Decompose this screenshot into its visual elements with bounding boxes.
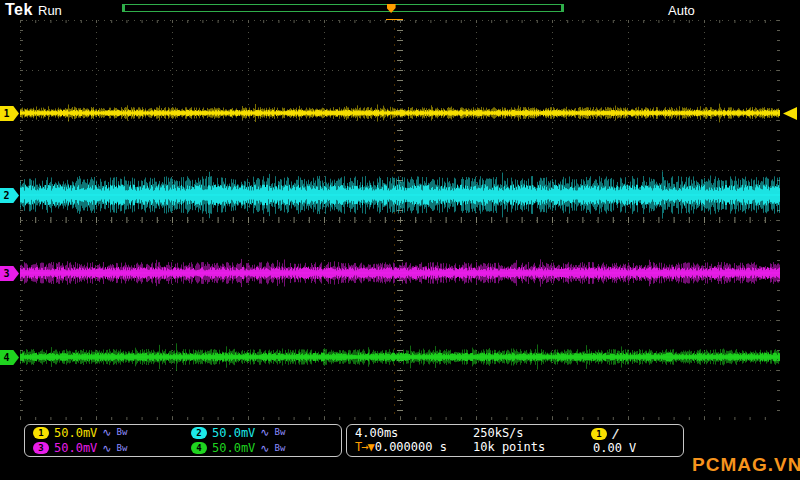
channel-4-marker[interactable]: 4 bbox=[0, 350, 19, 365]
ac-coupling-icon: ∿ bbox=[260, 427, 269, 438]
channel-readouts: 1 50.0mV ∿ Bw 2 50.0mV ∿ Bw 3 50.0mV ∿ B… bbox=[24, 424, 342, 457]
trigger-position-indicator[interactable] bbox=[387, 4, 396, 13]
bandwidth-limit-icon: Bw bbox=[275, 428, 286, 437]
trigger-source-badge: 1 bbox=[591, 428, 607, 440]
timebase-scale: 4.00ms bbox=[355, 426, 473, 440]
record-length: 10k points bbox=[473, 440, 591, 454]
watermark: PCMAG.VN bbox=[692, 454, 800, 476]
bandwidth-limit-icon: Bw bbox=[275, 444, 286, 453]
ac-coupling-icon: ∿ bbox=[102, 443, 111, 454]
trigger-offset-icon: T→▼ bbox=[355, 440, 374, 454]
waveform-display bbox=[20, 20, 780, 420]
trigger-offset-value: 0.000000 s bbox=[375, 440, 447, 454]
bandwidth-limit-icon: Bw bbox=[117, 444, 128, 453]
channel-4-badge: 4 bbox=[191, 442, 207, 454]
channel-1-marker[interactable]: 1 bbox=[0, 106, 19, 121]
trigger-mode-label: Auto bbox=[668, 3, 695, 18]
oscilloscope-screen: Tek Run Auto T 1 2 3 4 1 50.0mV ∿ Bw 2 5… bbox=[0, 0, 800, 480]
channel-3-readout: 3 50.0mV ∿ Bw bbox=[25, 441, 183, 456]
trigger-source: 1 / bbox=[591, 426, 683, 441]
channel-2-badge: 2 bbox=[191, 427, 207, 439]
trigger-offset: T→▼0.000000 s bbox=[355, 440, 473, 454]
channel-1-badge: 1 bbox=[33, 427, 49, 439]
channel-2-scale: 50.0mV bbox=[212, 426, 255, 440]
acquisition-position-bar bbox=[122, 4, 564, 12]
channel-2-readout: 2 50.0mV ∿ Bw bbox=[183, 425, 341, 440]
timebase-column: 4.00ms T→▼0.000000 s bbox=[355, 426, 473, 454]
horizontal-trigger-readouts: 4.00ms T→▼0.000000 s 250kS/s 10k points … bbox=[346, 424, 684, 457]
channel-4-readout: 4 50.0mV ∿ Bw bbox=[183, 441, 341, 456]
sample-rate: 250kS/s bbox=[473, 426, 591, 440]
trigger-level-value: 0.00 V bbox=[593, 441, 683, 455]
trigger-level-marker[interactable] bbox=[783, 107, 797, 120]
channel-3-marker[interactable]: 3 bbox=[0, 266, 19, 281]
tek-logo: Tek bbox=[5, 1, 33, 19]
channel-4-scale: 50.0mV bbox=[212, 441, 255, 455]
ac-coupling-icon: ∿ bbox=[102, 427, 111, 438]
acquisition-status: Run bbox=[38, 3, 62, 18]
channel-2-marker[interactable]: 2 bbox=[0, 188, 19, 203]
trigger-column: 1 / 0.00 V bbox=[591, 426, 683, 454]
ac-coupling-icon: ∿ bbox=[260, 443, 269, 454]
channel-3-badge: 3 bbox=[33, 442, 49, 454]
trigger-slope-icon: / bbox=[612, 426, 620, 441]
bandwidth-limit-icon: Bw bbox=[117, 428, 128, 437]
channel-3-scale: 50.0mV bbox=[54, 441, 97, 455]
channel-1-scale: 50.0mV bbox=[54, 426, 97, 440]
channel-1-readout: 1 50.0mV ∿ Bw bbox=[25, 425, 183, 440]
acquisition-column: 250kS/s 10k points bbox=[473, 426, 591, 454]
